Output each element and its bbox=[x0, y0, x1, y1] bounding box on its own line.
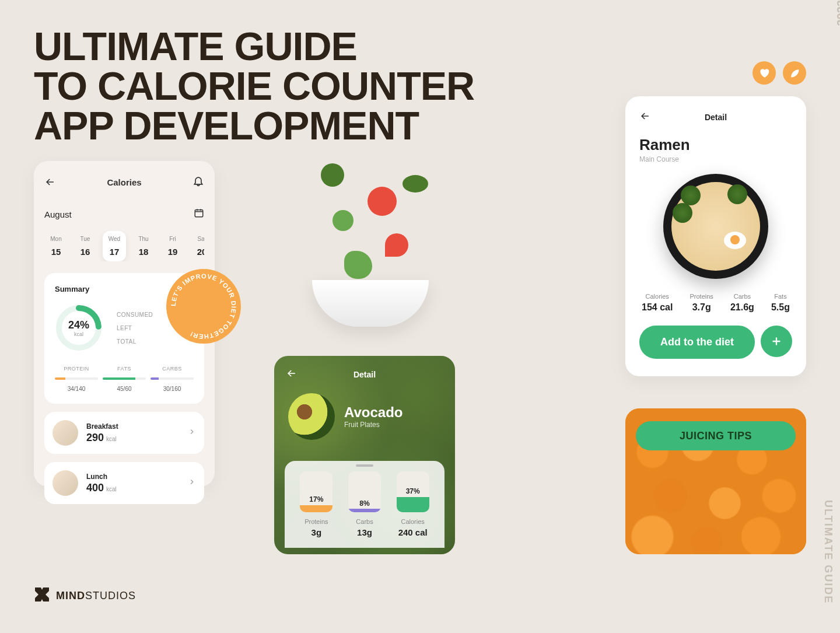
macro-item: Proteins3.7g bbox=[690, 293, 713, 313]
diet-badge: LET'S IMPROVE YOUR DIET TOGETHER! bbox=[166, 269, 241, 344]
food-name: Ramen bbox=[639, 136, 792, 154]
bell-icon[interactable] bbox=[192, 175, 204, 189]
macro-item: PROTEIN34/140 bbox=[55, 366, 98, 392]
macro-value: 13g bbox=[344, 527, 386, 537]
day-number: 18 bbox=[136, 247, 150, 257]
meal-unit: kcal bbox=[106, 486, 117, 492]
meal-calories: 400 bbox=[86, 482, 104, 494]
consumed-label: CONSUMED bbox=[117, 312, 153, 318]
summary-title: Summary bbox=[55, 285, 89, 293]
macro-panel[interactable]: 17%Proteins3g8%Carbs13g37%Calories240 ca… bbox=[285, 461, 444, 548]
food-category: Main Course bbox=[639, 155, 792, 163]
meal-name: Breakfast bbox=[86, 422, 180, 431]
screen-title: Detail bbox=[651, 113, 780, 122]
screen-title: Detail bbox=[298, 370, 432, 379]
macro-name: Carbs bbox=[730, 293, 754, 300]
ring-percent: 24% bbox=[68, 319, 89, 331]
month-label: August bbox=[44, 209, 72, 219]
avocado-screen: Detail Avocado Fruit Plates 17%Proteins3… bbox=[274, 356, 455, 554]
logo-icon bbox=[34, 586, 50, 605]
macro-name: PROTEIN bbox=[55, 366, 98, 372]
back-icon[interactable] bbox=[286, 368, 298, 382]
drag-handle[interactable] bbox=[356, 464, 373, 467]
meal-name: Lunch bbox=[86, 473, 180, 481]
juicing-card[interactable]: JUICING TIPS bbox=[625, 408, 806, 554]
avocado-image bbox=[288, 393, 335, 440]
day-number: 19 bbox=[166, 247, 180, 257]
meal-calories: 290 bbox=[86, 432, 104, 443]
macro-value: 5.5g bbox=[771, 302, 790, 313]
food-name: Avocado bbox=[344, 404, 402, 421]
back-icon[interactable] bbox=[44, 176, 56, 188]
macro-name: CARBS bbox=[150, 366, 194, 372]
macro-name: Proteins bbox=[295, 518, 338, 525]
calories-screen: Calories August Mon15Tue16Wed17Thu18Fri1… bbox=[34, 161, 215, 487]
day-name: Thu bbox=[136, 236, 150, 242]
day-name: Mon bbox=[49, 236, 63, 242]
juicing-pill: JUICING TIPS bbox=[636, 421, 796, 450]
macro-item: 37%Calories240 cal bbox=[391, 471, 434, 537]
calendar-day[interactable]: Thu18 bbox=[132, 231, 155, 261]
meal-card[interactable]: Lunch400kcal bbox=[44, 462, 204, 504]
meal-image bbox=[52, 470, 78, 496]
macro-value: 3.7g bbox=[690, 302, 713, 313]
macro-value: 3g bbox=[295, 527, 338, 537]
svg-text:LET'S IMPROVE YOUR DIET TOGETH: LET'S IMPROVE YOUR DIET TOGETHER! bbox=[170, 272, 237, 340]
macro-item: FATS45/60 bbox=[103, 366, 146, 392]
macro-percent: 8% bbox=[359, 499, 369, 508]
day-name: Fri bbox=[166, 236, 180, 242]
meal-unit: kcal bbox=[106, 436, 117, 442]
svg-rect-0 bbox=[195, 210, 203, 217]
juicing-label: JUICING TIPS bbox=[680, 430, 752, 442]
plus-button[interactable] bbox=[761, 326, 792, 357]
food-category: Fruit Plates bbox=[344, 421, 402, 429]
left-label: LEFT bbox=[117, 325, 153, 331]
calendar-day[interactable]: Sat20 bbox=[190, 231, 204, 261]
back-icon[interactable] bbox=[639, 110, 651, 124]
progress-ring: 24% kcal bbox=[55, 304, 103, 352]
title-line: to Calorie Counter bbox=[34, 66, 474, 106]
screen-title: Calories bbox=[107, 177, 141, 187]
calendar-strip[interactable]: Mon15Tue16Wed17Thu18Fri19Sat20Sat20 bbox=[44, 231, 204, 261]
title-line: Ultimate Guide bbox=[34, 26, 474, 66]
macro-item: Carbs21.6g bbox=[730, 293, 754, 313]
title-line: App Development bbox=[34, 106, 474, 145]
macro-item: Calories154 cal bbox=[642, 293, 673, 313]
macro-name: Carbs bbox=[344, 518, 386, 525]
brand-logo: MINDSTUDIOS bbox=[34, 586, 136, 605]
macro-value: 45/60 bbox=[103, 386, 146, 392]
calendar-day[interactable]: Fri19 bbox=[161, 231, 184, 261]
leaf-icon bbox=[783, 61, 806, 85]
macro-value: 21.6g bbox=[730, 302, 754, 313]
calendar-day[interactable]: Tue16 bbox=[74, 231, 97, 261]
meal-card[interactable]: Breakfast290kcal bbox=[44, 412, 204, 454]
macro-item: Fats5.5g bbox=[771, 293, 790, 313]
ring-unit: kcal bbox=[68, 331, 89, 337]
page-title: Ultimate Guide to Calorie Counter App De… bbox=[34, 26, 474, 145]
day-name: Tue bbox=[78, 236, 92, 242]
macro-name: Calories bbox=[642, 293, 673, 300]
calendar-icon[interactable] bbox=[194, 208, 204, 221]
day-name: Sat bbox=[195, 236, 204, 242]
salad-image bbox=[286, 152, 455, 338]
ramen-image bbox=[663, 174, 768, 279]
macro-value: 34/140 bbox=[55, 386, 98, 392]
day-number: 20 bbox=[195, 247, 204, 257]
chevron-right-icon bbox=[188, 428, 196, 438]
macro-value: 30/160 bbox=[150, 386, 194, 392]
calendar-day[interactable]: Wed17 bbox=[103, 231, 126, 261]
day-number: 16 bbox=[78, 247, 92, 257]
day-number: 15 bbox=[49, 247, 63, 257]
year-label: 2023 bbox=[834, 0, 840, 26]
macro-name: FATS bbox=[103, 366, 146, 372]
macro-value: 154 cal bbox=[642, 302, 673, 313]
icon-badges bbox=[752, 61, 806, 85]
ramen-screen: Detail Ramen Main Course Calories154 cal… bbox=[625, 96, 806, 376]
chevron-right-icon bbox=[188, 478, 196, 488]
calendar-day[interactable]: Mon15 bbox=[44, 231, 68, 261]
side-label: ULTIMATE GUIDE bbox=[822, 500, 834, 604]
meal-image bbox=[52, 420, 78, 446]
day-name: Wed bbox=[107, 236, 121, 242]
logo-text: MINDSTUDIOS bbox=[56, 590, 136, 602]
add-to-diet-button[interactable]: Add to the diet bbox=[639, 326, 755, 359]
